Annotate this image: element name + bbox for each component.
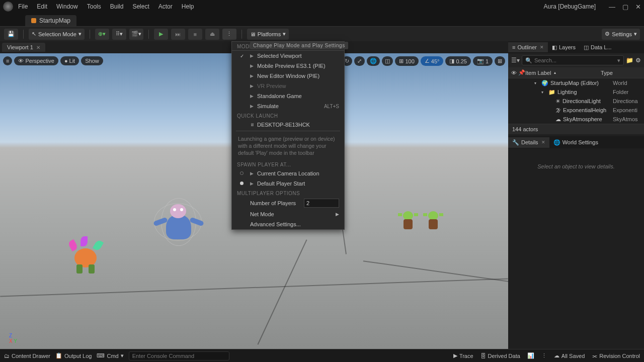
tree-row[interactable]: ▾📁LightingFolder (508, 87, 644, 97)
item-label: Advanced Settings... (250, 221, 301, 227)
tab-world-settings[interactable]: 🌐 World Settings (549, 137, 602, 148)
grid-snap-button[interactable]: ⊞ 100 (395, 56, 418, 66)
outliner-search[interactable]: 🔍 Search... ▾ (522, 55, 624, 65)
transform-scale-button[interactable]: ⤢ (354, 56, 365, 66)
tab-datal-label: Data L... (591, 44, 612, 50)
spawn-current-camera[interactable]: ▶Current Camera Location (232, 168, 344, 178)
more-icon[interactable]: ⋮ (541, 352, 547, 359)
eject-button[interactable]: ⏏ (205, 29, 219, 40)
actor-alien[interactable] (156, 199, 201, 249)
pin-icon[interactable]: 📌 (518, 69, 525, 76)
perf-icon[interactable]: 📊 (527, 352, 534, 359)
tab-layers[interactable]: ◧ Layers (548, 42, 580, 53)
map-icon (31, 18, 36, 23)
close-icon[interactable]: ✕ (36, 45, 40, 50)
chevron-down-icon: ▾ (617, 57, 620, 64)
cmd-button[interactable]: ⌨ Cmd ▾ (97, 352, 123, 359)
mode-simulate[interactable]: ▶SimulateALT+S (232, 101, 344, 111)
derived-data-button[interactable]: 🗄 Derived Data (480, 353, 520, 359)
menu-window[interactable]: Window (56, 3, 78, 10)
show-button[interactable]: Show (81, 56, 103, 65)
quick-launch-device[interactable]: 🖥DESKTOP-8E13HCK (232, 120, 344, 130)
perspective-button[interactable]: 👁 Perspective (14, 56, 58, 65)
tab-details[interactable]: 🔧 Details✕ (508, 137, 549, 148)
filter-button[interactable]: ☰▾ (511, 57, 520, 64)
viewport-tab[interactable]: Viewport 1 ✕ (2, 43, 45, 52)
item-label: Selected Viewport (257, 53, 301, 59)
eye-icon[interactable]: 👁 (511, 70, 518, 76)
tab-outliner[interactable]: ≡ Outliner✕ (508, 42, 548, 52)
skip-button[interactable]: ⏭ (171, 29, 185, 40)
play-options-button[interactable]: ⋮ (222, 29, 236, 40)
close-icon[interactable]: ✕ (541, 140, 545, 145)
menu-tools[interactable]: Tools (87, 3, 101, 10)
mode-new-editor-window[interactable]: ▶New Editor Window (PIE) (232, 71, 344, 81)
content-drawer-label: Content Drawer (12, 353, 50, 359)
menu-file[interactable]: File (18, 3, 28, 10)
close-button[interactable]: ✕ (635, 3, 641, 11)
mode-mobile-preview[interactable]: ▶Mobile Preview ES3.1 (PIE) (232, 61, 344, 71)
save-button[interactable]: 💾 (4, 29, 18, 40)
menu-edit[interactable]: Edit (37, 3, 47, 10)
cinematics-button[interactable]: 🎬▾ (129, 29, 143, 40)
add-content-button[interactable]: ⊕▾ (95, 29, 109, 40)
item-label: Simulate (257, 103, 279, 109)
actor-goblin-1[interactable] (400, 209, 416, 234)
actor-pumpkin[interactable] (65, 234, 106, 280)
folder-button[interactable]: 📁 (626, 57, 633, 64)
derived-label: Derived Data (488, 353, 520, 359)
play-icon: ▶ (250, 83, 254, 88)
spawn-default-start[interactable]: ▶Default Player Start (232, 178, 344, 189)
platforms-button[interactable]: 🖥 Platforms ▾ (247, 29, 289, 40)
gear-icon[interactable]: ⚙ (635, 57, 641, 64)
selection-mode-button[interactable]: ↖ Selection Mode ▾ (29, 29, 85, 40)
coord-space-button[interactable]: 🌐 (367, 56, 380, 66)
close-icon[interactable]: ✕ (540, 45, 544, 50)
mode-selected-viewport[interactable]: ✓▶Selected Viewport (232, 51, 344, 61)
actor-goblin-2[interactable] (425, 209, 441, 234)
col-item-label[interactable]: Item Label (525, 70, 551, 76)
col-type-label[interactable]: Type (601, 70, 613, 76)
menu-actor[interactable]: Actor (158, 3, 173, 10)
titlebar: File Edit Window Tools Build Select Acto… (0, 0, 644, 13)
map-tab[interactable]: StartupMap (25, 15, 76, 26)
marketplace-button[interactable]: ⠿▾ (112, 29, 126, 40)
project-title: Aura [DebugGame] (544, 3, 596, 10)
trace-button[interactable]: ▶ Trace (453, 352, 473, 359)
output-log-button[interactable]: 📋 Output Log (55, 352, 92, 359)
net-mode-item[interactable]: Net Mode▶ (232, 209, 344, 219)
play-tooltip: Change Play Mode and Play Settings (250, 42, 348, 49)
tree-row[interactable]: ☀DirectionalLightDirectiona (508, 97, 644, 106)
output-log-label: Output Log (64, 353, 92, 359)
lit-button[interactable]: ● Lit (60, 56, 79, 65)
camera-speed-button[interactable]: 📷 1 (473, 56, 493, 66)
maximize-viewport-button[interactable]: ⊞ (495, 56, 505, 66)
tab-datalayers[interactable]: ◫ Data L... (580, 42, 616, 53)
maximize-button[interactable]: ▢ (622, 3, 628, 11)
mode-standalone[interactable]: ▶Standalone Game (232, 91, 344, 101)
settings-button[interactable]: ⚙ Settings ▾ (602, 29, 640, 40)
console-input[interactable] (129, 351, 229, 360)
minimize-button[interactable]: — (609, 3, 615, 11)
revision-control-button[interactable]: ⫘ Revision Control (592, 353, 640, 359)
angle-snap-button[interactable]: ∠ 45° (421, 56, 444, 66)
scale-snap-button[interactable]: ◨ 0.25 (445, 56, 470, 66)
tree-row[interactable]: ☁SkyAtmosphereSkyAtmos (508, 115, 644, 124)
radio-icon (240, 182, 244, 185)
surface-snap-button[interactable]: ◫ (382, 56, 393, 66)
viewport-menu-button[interactable]: ≡ (3, 56, 12, 65)
tree-row[interactable]: 🌫ExponentialHeighExponenti (508, 106, 644, 115)
tree-row[interactable]: ▾🌍StartupMap (Editor)World (508, 78, 644, 87)
stop-button[interactable]: ■ (188, 29, 202, 40)
axis-gizmo: Z X Y (9, 333, 17, 344)
num-players-input[interactable] (304, 199, 339, 208)
play-button[interactable]: ▶ (154, 29, 168, 40)
content-drawer-button[interactable]: 🗂 Content Drawer (4, 353, 50, 359)
menu-select[interactable]: Select (132, 3, 149, 10)
right-panel-area: ≡ Outliner✕ ◧ Layers ◫ Data L... ☰▾ 🔍 Se… (508, 41, 644, 349)
menu-build[interactable]: Build (110, 3, 124, 10)
platforms-label: Platforms (258, 31, 281, 37)
menu-help[interactable]: Help (182, 3, 194, 10)
save-status[interactable]: ☁ All Saved (554, 352, 585, 359)
advanced-settings-item[interactable]: Advanced Settings... (232, 219, 344, 229)
